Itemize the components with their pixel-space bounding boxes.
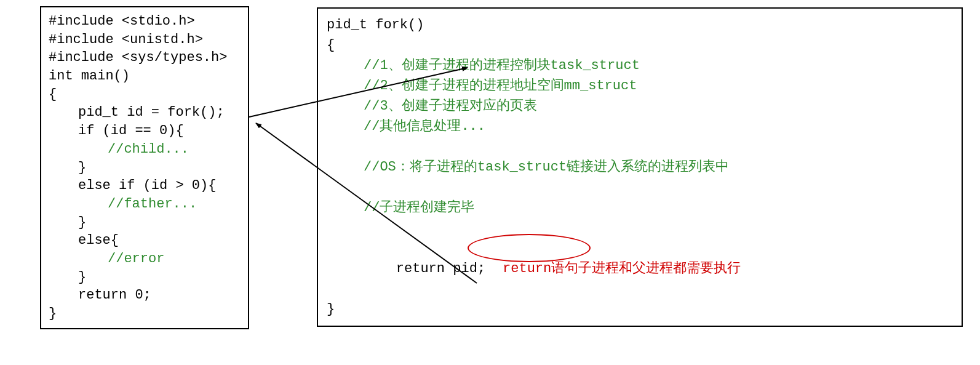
left-line-11: } — [49, 214, 241, 232]
left-line-1: #include <unistd.h> — [49, 31, 241, 49]
comment-done: //子进程创建完毕 — [327, 198, 953, 218]
left-line-0: #include <stdio.h> — [49, 12, 241, 31]
return-statement: return pid; — [396, 261, 485, 276]
right-code-box: pid_t fork() { //1、创建子进程的进程控制块task_struc… — [317, 7, 963, 327]
comment-os: //OS：将子进程的task_struct链接进入系统的进程列表中 — [327, 157, 953, 177]
left-line-6: if (id == 0){ — [49, 122, 241, 140]
left-line-16: } — [49, 305, 241, 323]
left-line-3: int main() — [49, 67, 241, 86]
left-line-7: //child... — [49, 140, 241, 159]
close-brace: } — [327, 299, 953, 319]
left-line-15: return 0; — [49, 286, 241, 305]
blank-line — [327, 137, 953, 157]
left-line-4: { — [49, 86, 241, 104]
comment-step-1: //1、创建子进程的进程控制块task_struct — [327, 55, 953, 76]
left-line-9: else if (id > 0){ — [49, 177, 241, 195]
return-note: return语句子进程和父进程都需要执行 — [503, 261, 741, 276]
open-brace: { — [327, 35, 953, 55]
left-code-box: #include <stdio.h>#include <unistd.h>#in… — [40, 6, 249, 329]
left-line-14: } — [49, 268, 241, 287]
comment-other: //其他信息处理... — [327, 116, 953, 137]
fork-signature: pid_t fork() — [327, 15, 953, 35]
return-line: return pid;return语句子进程和父进程都需要执行 — [327, 238, 953, 299]
left-line-10: //father... — [49, 195, 241, 214]
left-line-12: else{ — [49, 231, 241, 250]
comment-step-3: //3、创建子进程对应的页表 — [327, 96, 953, 116]
left-line-13: //error — [49, 250, 241, 268]
left-line-2: #include <sys/types.h> — [49, 49, 241, 67]
blank-line — [327, 218, 953, 238]
blank-line — [327, 177, 953, 198]
left-line-5: pid_t id = fork(); — [49, 103, 241, 122]
left-line-8: } — [49, 159, 241, 177]
comment-step-2: //2、创建子进程的进程地址空间mm_struct — [327, 76, 953, 96]
